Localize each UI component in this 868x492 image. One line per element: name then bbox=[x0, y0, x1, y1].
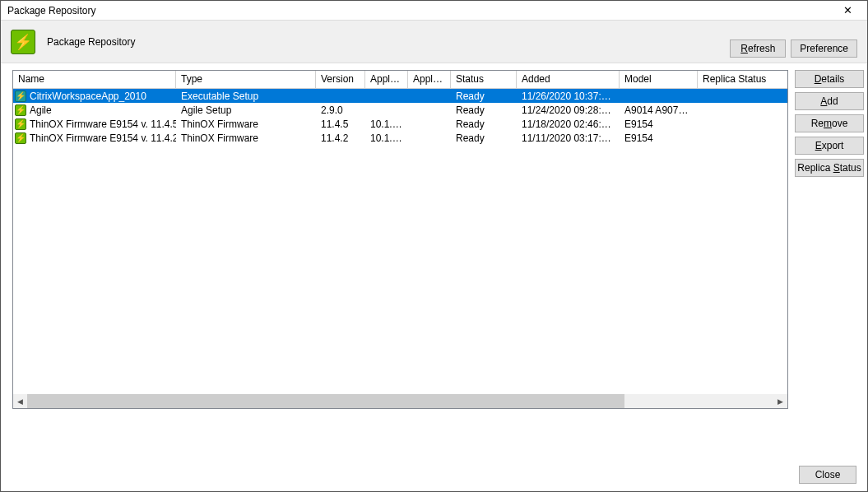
page-title: Package Repository bbox=[47, 36, 135, 48]
cell bbox=[408, 109, 451, 111]
column-apply-to-1[interactable]: Apply t... bbox=[365, 71, 408, 88]
table-row[interactable]: ⚡ThinOX Firmware E9154 v. 11.4.2ThinOX F… bbox=[13, 131, 787, 145]
cell-text: Agile bbox=[30, 104, 52, 116]
side-button-panel: Details Add Remove Export Replica Status bbox=[795, 70, 864, 409]
preference-button[interactable]: Preference bbox=[791, 39, 857, 58]
cell: Ready bbox=[451, 90, 517, 103]
column-apply-to-2[interactable]: Apply t... bbox=[408, 71, 451, 88]
cell: 2.9.0 bbox=[316, 104, 365, 117]
cell: Ready bbox=[451, 132, 517, 145]
table-body: ⚡CitrixWorkspaceApp_2010Executable Setup… bbox=[13, 89, 787, 145]
package-icon: ⚡ bbox=[15, 118, 26, 130]
column-added[interactable]: Added bbox=[517, 71, 620, 88]
cell: 11/24/2020 09:28:3... bbox=[517, 104, 620, 117]
cell bbox=[698, 95, 787, 97]
package-table[interactable]: Name Type Version Apply t... Apply t... … bbox=[12, 70, 788, 409]
close-button[interactable]: Close bbox=[799, 466, 856, 484]
cell bbox=[408, 123, 451, 125]
replica-status-button[interactable]: Replica Status bbox=[795, 159, 864, 177]
table-header: Name Type Version Apply t... Apply t... … bbox=[13, 71, 787, 89]
header: ⚡ Package Repository Refresh Preference bbox=[1, 21, 867, 63]
details-button[interactable]: Details bbox=[795, 70, 864, 88]
cell: 11/18/2020 02:46:5... bbox=[517, 118, 620, 131]
cell bbox=[408, 137, 451, 139]
cell-text: ThinOX Firmware E9154 v. 11.4.2 bbox=[30, 132, 176, 144]
cell: ThinOX Firmware bbox=[176, 118, 316, 131]
cell bbox=[698, 137, 787, 139]
cell: Ready bbox=[451, 118, 517, 131]
cell: E9154 bbox=[620, 132, 698, 145]
package-icon: ⚡ bbox=[15, 91, 26, 102]
scroll-right-arrow-icon[interactable]: ▶ bbox=[773, 394, 787, 408]
cell: ThinOX Firmware bbox=[176, 132, 316, 145]
cell bbox=[316, 95, 365, 97]
column-status[interactable]: Status bbox=[451, 71, 517, 88]
cell bbox=[365, 109, 408, 111]
table-row[interactable]: ⚡ThinOX Firmware E9154 v. 11.4.5ThinOX F… bbox=[13, 117, 787, 131]
scroll-left-arrow-icon[interactable]: ◀ bbox=[13, 394, 27, 408]
horizontal-scrollbar[interactable]: ◀ ▶ bbox=[13, 394, 787, 408]
cell: 10.1.12 bbox=[365, 118, 408, 131]
cell: Ready bbox=[451, 104, 517, 117]
refresh-button[interactable]: Refresh bbox=[730, 39, 786, 58]
window-title: Package Repository bbox=[7, 5, 95, 16]
cell bbox=[365, 95, 408, 97]
column-replica-status[interactable]: Replica Status bbox=[698, 71, 787, 88]
column-type[interactable]: Type bbox=[176, 71, 316, 88]
package-icon: ⚡ bbox=[15, 104, 26, 116]
cell-text: ThinOX Firmware E9154 v. 11.4.5 bbox=[30, 118, 176, 130]
scroll-track[interactable] bbox=[27, 394, 773, 408]
footer: Close bbox=[799, 466, 856, 484]
titlebar: Package Repository ✕ bbox=[1, 1, 867, 21]
cell bbox=[408, 95, 451, 97]
cell: A9014 A9074 A... bbox=[620, 104, 698, 117]
lightning-icon: ⚡ bbox=[11, 30, 35, 54]
cell: Executable Setup bbox=[176, 90, 316, 103]
table-row[interactable]: ⚡AgileAgile Setup2.9.0Ready11/24/2020 09… bbox=[13, 103, 787, 117]
column-name[interactable]: Name bbox=[13, 71, 176, 88]
cell-text: CitrixWorkspaceApp_2010 bbox=[30, 91, 146, 102]
table-row[interactable]: ⚡CitrixWorkspaceApp_2010Executable Setup… bbox=[13, 89, 787, 103]
cell: ⚡ThinOX Firmware E9154 v. 11.4.2 bbox=[13, 132, 176, 145]
export-button[interactable]: Export bbox=[795, 137, 864, 155]
remove-button[interactable]: Remove bbox=[795, 114, 864, 132]
cell: Agile Setup bbox=[176, 104, 316, 117]
cell: 11/26/2020 10:37:0... bbox=[517, 90, 620, 103]
cell: 11.4.5 bbox=[316, 118, 365, 131]
cell: 10.1.12 bbox=[365, 132, 408, 145]
scroll-thumb[interactable] bbox=[27, 394, 624, 408]
cell bbox=[620, 95, 698, 97]
package-icon: ⚡ bbox=[15, 132, 26, 144]
add-button[interactable]: Add bbox=[795, 92, 864, 110]
column-version[interactable]: Version bbox=[316, 71, 365, 88]
cell: E9154 bbox=[620, 118, 698, 131]
cell: 11/11/2020 03:17:1... bbox=[517, 132, 620, 145]
cell bbox=[698, 109, 787, 111]
cell: ⚡Agile bbox=[13, 104, 176, 117]
cell: ⚡ThinOX Firmware E9154 v. 11.4.5 bbox=[13, 118, 176, 131]
cell: ⚡CitrixWorkspaceApp_2010 bbox=[13, 90, 176, 103]
refresh-label-rest: efresh bbox=[748, 43, 775, 54]
close-icon[interactable]: ✕ bbox=[831, 2, 864, 20]
cell bbox=[698, 123, 787, 125]
cell: 11.4.2 bbox=[316, 132, 365, 145]
column-model[interactable]: Model bbox=[620, 71, 698, 88]
